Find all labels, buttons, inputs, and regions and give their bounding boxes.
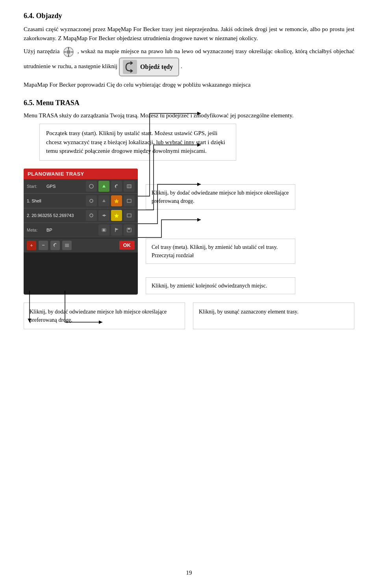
bottom-callout-1-text: Kliknij, by dodać odwiedzane miejsce lub… (30, 309, 167, 323)
svg-point-1 (67, 50, 70, 54)
nav-row-shell: 1. Shell (24, 194, 138, 208)
nav-icon-save (124, 224, 135, 236)
right-callout-1: Kliknij, by dodać odwiedzane miejsce lub… (146, 184, 295, 210)
nav-row-coords: 2. 20.963255 52.269743 (24, 208, 138, 223)
right-callouts: Kliknij, by dodać odwiedzane miejsce lub… (138, 169, 354, 295)
nav-bottom-icon-plus: + (27, 241, 36, 250)
nav-bottom-icon-minus: − (39, 241, 48, 250)
nav-row-start-value: GPS (46, 184, 86, 189)
nav-row-meta: Meta: BP ⊕ (24, 223, 138, 237)
nav-icon-map (124, 181, 135, 192)
right-callout-1-text: Kliknij, by dodać odwiedzane miejsce lub… (152, 190, 289, 204)
right-callout-2: Cel trasy (meta). Kliknij, by zmienić lu… (146, 239, 295, 264)
nav-icon-map3 (124, 210, 135, 221)
svg-text:⊕: ⊕ (102, 228, 106, 232)
nav-row-meta-value: BP (46, 228, 98, 232)
svg-text:−: − (42, 242, 44, 248)
nav-screenshot: PLANOWANIE TRASY Start: GPS (24, 169, 138, 295)
nav-bottom-bar: + − OK (24, 238, 138, 252)
svg-rect-6 (123, 60, 137, 74)
section-heading-6-5: 6.5. Menu TRASA (24, 99, 354, 107)
nav-row-start: Start: GPS (24, 179, 138, 194)
nav-icon-map2 (124, 195, 135, 206)
nav-header: PLANOWANIE TRASY (24, 169, 138, 179)
bypass-button-label: Objedź tędy (140, 62, 173, 72)
svg-text:+: + (30, 242, 33, 248)
nav-row-coords-icons (86, 210, 135, 221)
nav-icon-plus-small: ⊕ (98, 224, 109, 236)
para-1: Czasami część wyznaczonej przez MapęMap … (24, 25, 354, 43)
right-callout-2-text: Cel trasy (meta). Kliknij, by zmienić lu… (152, 244, 278, 258)
svg-point-7 (89, 184, 93, 188)
nav-row-shell-icons (86, 195, 135, 206)
bottom-callout-2: Kliknij, by usunąć zaznaczony element tr… (193, 302, 354, 329)
nav-icon-arrow (98, 210, 109, 221)
nav-row-meta-icons: ⊕ (98, 224, 135, 236)
diagram-container: PLANOWANIE TRASY Start: GPS (24, 169, 354, 329)
nav-bottom-icon-sort (62, 241, 72, 250)
nav-icon-circle (86, 181, 97, 192)
nav-icon-pencil (98, 181, 109, 192)
bottom-callout-1: Kliknij, by dodać odwiedzane miejsce lub… (24, 302, 185, 329)
nav-icon-pencil2 (98, 195, 109, 206)
svg-rect-8 (127, 185, 131, 188)
nav-icon-circle3 (86, 210, 97, 221)
screenshot-wrapper: PLANOWANIE TRASY Start: GPS (24, 169, 138, 295)
mapamap-text: MapaMap For Becker poprowadzi Cię do cel… (24, 80, 354, 89)
top-callout-text: Początek trasy (start). Kliknij by ustal… (46, 130, 225, 154)
section-heading-6-4: 6.4. Objazdy (24, 12, 354, 20)
nav-row-coords-value: 2. 20.963255 52.269743 (27, 213, 86, 218)
instruction-para: Użyj narzędzia , wskaż na mapie miejsce … (24, 46, 354, 76)
svg-rect-14 (127, 214, 131, 217)
nav-row-start-label: Start: (27, 184, 46, 189)
nav-bottom-icon-undo (50, 241, 60, 250)
svg-rect-12 (127, 199, 131, 202)
instruction-text-3: . (181, 63, 182, 69)
bottom-callouts: Kliknij, by dodać odwiedzane miejsce lub… (24, 302, 354, 329)
page-number: 19 (186, 569, 192, 576)
nav-row-start-icons (86, 181, 135, 192)
para-2: Menu TRASA służy do zarządzania Twoją tr… (24, 111, 354, 120)
tool-icon (63, 46, 74, 58)
nav-icon-undo (111, 181, 122, 192)
nav-icon-orange (111, 195, 122, 206)
right-callout-3: Kliknij, by zmienić kolejność odwiedzany… (146, 277, 295, 294)
svg-point-11 (90, 199, 93, 202)
svg-point-13 (90, 214, 93, 217)
diagram-main: PLANOWANIE TRASY Start: GPS (24, 169, 354, 295)
nav-icon-yellow (111, 210, 122, 221)
instruction-text-1: Użyj narzędzia (24, 48, 59, 54)
nav-icon-circle2 (86, 195, 97, 206)
nav-ok-button[interactable]: OK (119, 241, 135, 250)
bypass-button: Objedź tędy (119, 58, 179, 76)
svg-rect-19 (128, 228, 130, 230)
nav-row-meta-label: Meta: (27, 228, 46, 232)
right-callout-3-text: Kliknij, by zmienić kolejność odwiedzany… (152, 283, 267, 289)
top-callout-box: Początek trasy (start). Kliknij by ustal… (39, 124, 236, 161)
nav-icon-flag (111, 224, 122, 236)
nav-row-shell-value: 1. Shell (27, 198, 86, 203)
bottom-callout-2-text: Kliknij, by usunąć zaznaczony element tr… (199, 309, 298, 315)
bypass-icon (123, 60, 137, 74)
